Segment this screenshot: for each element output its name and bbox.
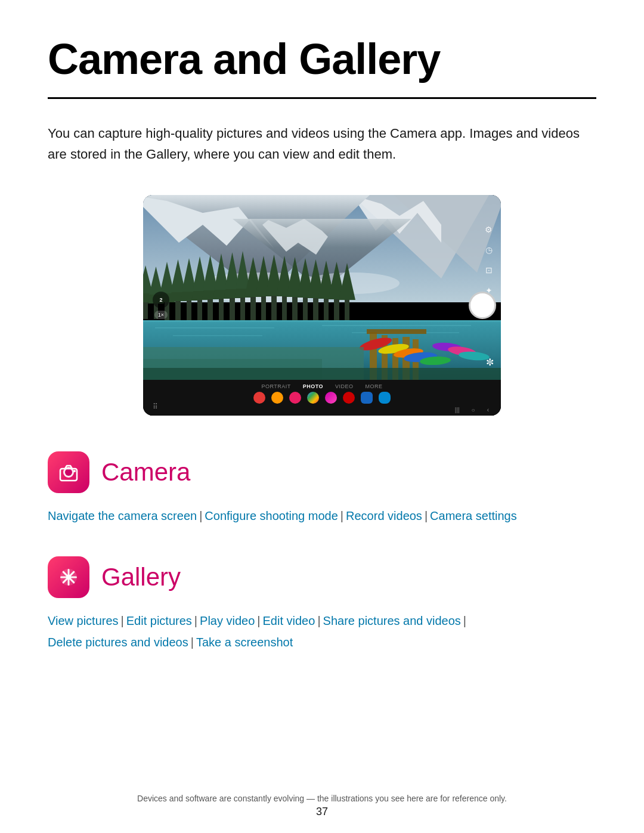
shutter-button[interactable] — [469, 292, 496, 319]
link-camera-settings[interactable]: Camera settings — [430, 509, 517, 522]
gallery-section-title: Gallery — [101, 563, 181, 592]
separator-4: | — [121, 614, 124, 627]
separator-9: | — [191, 636, 194, 649]
app-icon-5[interactable] — [325, 392, 337, 404]
page-number: 37 — [0, 806, 644, 818]
timer-icon[interactable]: ◷ — [485, 245, 493, 255]
separator-2: | — [340, 509, 343, 522]
focus-icon[interactable]: ⊡ — [485, 265, 493, 275]
svg-point-92 — [66, 575, 71, 580]
link-view-pictures[interactable]: View pictures — [48, 614, 119, 627]
camera-svg-icon — [57, 460, 80, 484]
camera-section-title: Camera — [101, 458, 190, 487]
camera-section-icon — [48, 451, 89, 493]
app-icon-4[interactable] — [307, 392, 319, 404]
camera-bottom-bar: PORTRAIT PHOTO VIDEO MORE ⠿ — [143, 380, 501, 416]
gallery-links-section: View pictures|Edit pictures|Play video|E… — [48, 610, 596, 653]
separator-6: | — [257, 614, 260, 627]
link-edit-video[interactable]: Edit video — [263, 614, 315, 627]
nav-home-icon[interactable]: ○ — [472, 407, 475, 413]
mode-photo[interactable]: PHOTO — [303, 383, 323, 389]
separator-7: | — [317, 614, 320, 627]
camera-photo-bg — [143, 195, 501, 380]
phone-screenshot: ⚙ ◷ ⊡ ✦ ↻ ✼ 2 1× PORTRAIT PHOTO — [143, 195, 501, 416]
camera-modes: PORTRAIT PHOTO VIDEO MORE — [261, 380, 382, 389]
svg-rect-61 — [143, 320, 501, 322]
nav-menu-icon[interactable]: ||| — [455, 407, 460, 413]
svg-point-84 — [65, 469, 72, 476]
link-record-videos[interactable]: Record videos — [346, 509, 422, 522]
app-icon-8[interactable] — [379, 392, 391, 404]
camera-section-header: Camera — [48, 451, 596, 493]
link-play-video[interactable]: Play video — [200, 614, 255, 627]
link-take-screenshot[interactable]: Take a screenshot — [196, 636, 293, 649]
camera-apps-row — [253, 392, 391, 404]
page-title: Camera and Gallery — [48, 36, 596, 83]
app-icon-2[interactable] — [271, 392, 283, 404]
svg-point-86 — [73, 470, 76, 472]
settings-icon[interactable]: ⚙ — [485, 225, 493, 234]
svg-rect-82 — [143, 368, 501, 380]
link-edit-pictures[interactable]: Edit pictures — [126, 614, 192, 627]
mode-more[interactable]: MORE — [366, 383, 383, 389]
svg-rect-71 — [367, 329, 426, 334]
filter-icon[interactable]: ✼ — [486, 357, 494, 368]
camera-ui: ⚙ ◷ ⊡ ✦ ↻ ✼ 2 1× PORTRAIT PHOTO — [143, 195, 501, 416]
separator-1: | — [199, 509, 202, 522]
app-icon-3[interactable] — [289, 392, 301, 404]
zoom-number: 2 — [153, 292, 169, 308]
separator-3: | — [425, 509, 428, 522]
camera-links-section: Navigate the camera screen|Configure sho… — [48, 505, 596, 527]
link-share-pictures-videos[interactable]: Share pictures and videos — [323, 614, 461, 627]
separator-8: | — [463, 614, 466, 627]
nav-icons-row: ||| ○ ‹ — [455, 407, 489, 413]
link-configure-shooting[interactable]: Configure shooting mode — [205, 509, 338, 522]
mode-video[interactable]: VIDEO — [335, 383, 354, 389]
zoom-level[interactable]: 1× — [154, 311, 168, 319]
svg-rect-62 — [155, 327, 274, 329]
grid-icon[interactable]: ⠿ — [153, 402, 158, 411]
footer-note: Devices and software are constantly evol… — [0, 794, 644, 803]
svg-rect-63 — [173, 335, 262, 336]
svg-rect-64 — [322, 325, 471, 326]
separator-5: | — [194, 614, 197, 627]
link-navigate-camera[interactable]: Navigate the camera screen — [48, 509, 197, 522]
title-divider — [48, 97, 596, 99]
link-delete-pictures-videos[interactable]: Delete pictures and videos — [48, 636, 188, 649]
phone-screenshot-container: ⚙ ◷ ⊡ ✦ ↻ ✼ 2 1× PORTRAIT PHOTO — [48, 195, 596, 416]
app-icon-6[interactable] — [343, 392, 355, 404]
gallery-svg-icon — [57, 565, 80, 589]
app-icon-1[interactable] — [253, 392, 265, 404]
intro-paragraph: You can capture high-quality pictures an… — [48, 123, 584, 165]
mode-portrait[interactable]: PORTRAIT — [261, 383, 290, 389]
nav-back-icon[interactable]: ‹ — [487, 407, 489, 413]
gallery-section-header: Gallery — [48, 556, 596, 598]
gallery-section-icon — [48, 556, 89, 598]
zoom-indicator: 2 1× — [153, 292, 169, 319]
app-icon-7[interactable] — [361, 392, 373, 404]
